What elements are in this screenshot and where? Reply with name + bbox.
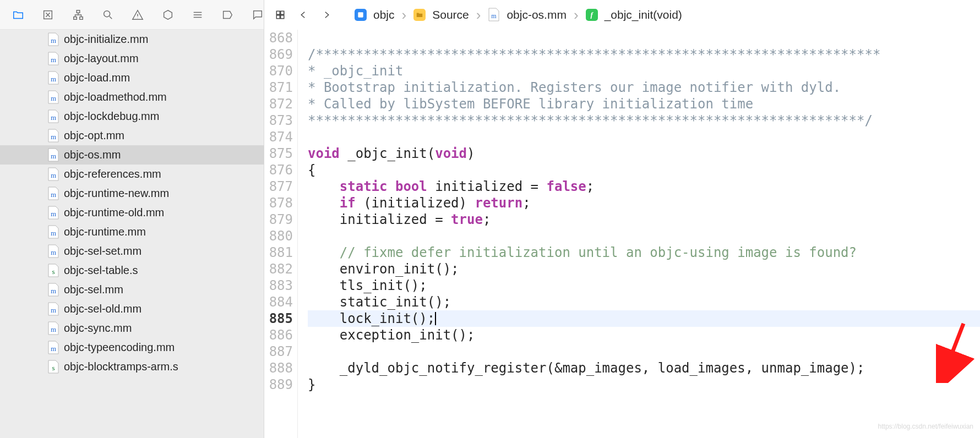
svg-text:m: m	[51, 229, 56, 237]
code-line[interactable]: {	[308, 162, 980, 178]
file-label: objc-lockdebug.mm	[64, 110, 159, 123]
file-row[interactable]: mobjc-runtime.mm	[0, 222, 264, 242]
breadcrumb-symbol[interactable]: _objc_init(void)	[605, 8, 682, 21]
file-row[interactable]: mobjc-runtime-new.mm	[0, 184, 264, 203]
code-line[interactable]: * Called by libSystem BEFORE library ini…	[308, 96, 980, 112]
file-row[interactable]: mobjc-sel-old.mm	[0, 299, 264, 319]
search-icon[interactable]	[102, 7, 114, 23]
file-row[interactable]: mobjc-lockdebug.mm	[0, 107, 264, 126]
code-editor[interactable]: 8688698708718728738748758768778788798808…	[264, 30, 980, 438]
file-label: objc-load.mm	[64, 72, 130, 84]
file-row[interactable]: mobjc-layout.mm	[0, 49, 264, 68]
code-line[interactable]: void _objc_init(void)	[308, 145, 980, 162]
file-row[interactable]: mobjc-runtime-old.mm	[0, 203, 264, 222]
breakpoints-icon[interactable]	[221, 7, 233, 23]
scm-icon[interactable]	[42, 7, 54, 23]
code-line[interactable]: ****************************************…	[308, 112, 980, 129]
mm-file-icon: m	[488, 8, 500, 22]
chevron-right-icon: ›	[401, 8, 407, 22]
svg-text:m: m	[51, 36, 56, 45]
code-line[interactable]: exception_init();	[308, 327, 980, 343]
line-number[interactable]: 873	[264, 112, 293, 129]
editor-column: objc › Source › m objc-os.mm › f _objc_i…	[264, 0, 980, 438]
line-number[interactable]: 886	[264, 327, 293, 343]
code-line[interactable]: * Bootstrap initialization. Registers ou…	[308, 79, 980, 96]
code-line[interactable]: _dyld_objc_notify_register(&map_images, …	[308, 360, 980, 376]
breadcrumb-file[interactable]: objc-os.mm	[507, 8, 567, 21]
line-number[interactable]: 877	[264, 178, 293, 195]
breadcrumb-folder[interactable]: Source	[432, 8, 469, 21]
code-line[interactable]: * _objc_init	[308, 63, 980, 79]
code-line[interactable]: if (initialized) return;	[308, 195, 980, 211]
file-row[interactable]: mobjc-typeencoding.mm	[0, 338, 264, 357]
line-number[interactable]: 872	[264, 96, 293, 112]
file-row[interactable]: mobjc-sel.mm	[0, 280, 264, 299]
line-number[interactable]: 880	[264, 228, 293, 244]
svg-text:m: m	[51, 190, 56, 199]
line-number[interactable]: 878	[264, 195, 293, 211]
code-line[interactable]: initialized = true;	[308, 211, 980, 228]
code-line[interactable]: }	[308, 376, 980, 393]
file-row[interactable]: sobjc-sel-table.s	[0, 261, 264, 280]
file-row[interactable]: mobjc-loadmethod.mm	[0, 87, 264, 107]
file-row[interactable]: mobjc-os.mm	[0, 145, 264, 165]
code-area[interactable]: /***************************************…	[306, 30, 980, 438]
line-number[interactable]: 879	[264, 211, 293, 228]
file-row[interactable]: mobjc-initialize.mm	[0, 30, 264, 49]
line-number[interactable]: 874	[264, 129, 293, 145]
code-line[interactable]: tls_init();	[308, 277, 980, 294]
file-row[interactable]: sobjc-blocktramps-arm.s	[0, 357, 264, 376]
line-number[interactable]: 868	[264, 30, 293, 46]
code-line[interactable]: environ_init();	[308, 261, 980, 277]
line-number[interactable]: 881	[264, 244, 293, 261]
folder-icon[interactable]	[12, 7, 24, 23]
file-list: mobjc-initialize.mmmobjc-layout.mmmobjc-…	[0, 30, 264, 376]
line-number[interactable]: 882	[264, 261, 293, 277]
breadcrumb-project[interactable]: objc	[373, 8, 395, 21]
line-number[interactable]: 876	[264, 162, 293, 178]
debug-icon[interactable]	[192, 7, 204, 23]
symbols-icon[interactable]	[72, 7, 84, 23]
line-number[interactable]: 871	[264, 79, 293, 96]
svg-rect-25	[276, 15, 280, 19]
line-number[interactable]: 888	[264, 360, 293, 376]
file-row[interactable]: mobjc-load.mm	[0, 68, 264, 87]
reports-icon[interactable]	[252, 7, 264, 23]
code-line[interactable]: // fixme defer initialization until an o…	[308, 244, 980, 261]
svg-text:m: m	[51, 287, 56, 295]
line-number[interactable]: 885	[264, 310, 293, 327]
forward-icon[interactable]	[318, 7, 335, 23]
file-label: objc-sel-old.mm	[64, 303, 141, 315]
file-row[interactable]: mobjc-sync.mm	[0, 319, 264, 338]
line-number[interactable]: 869	[264, 46, 293, 63]
line-number[interactable]: 883	[264, 277, 293, 294]
related-items-icon[interactable]	[272, 7, 288, 23]
line-number[interactable]: 870	[264, 63, 293, 79]
gutter: 8688698708718728738748758768778788798808…	[264, 30, 298, 438]
code-line[interactable]	[308, 30, 980, 46]
breadcrumb-bar: objc › Source › m objc-os.mm › f _objc_i…	[264, 0, 980, 30]
line-number[interactable]: 875	[264, 145, 293, 162]
file-row[interactable]: mobjc-sel-set.mm	[0, 242, 264, 261]
tests-icon[interactable]	[162, 7, 174, 23]
code-line[interactable]	[308, 129, 980, 145]
code-line[interactable]: static bool initialized = false;	[308, 178, 980, 195]
file-label: objc-runtime-new.mm	[64, 187, 169, 200]
code-line[interactable]: static_init();	[308, 294, 980, 310]
file-row[interactable]: mobjc-references.mm	[0, 165, 264, 184]
line-number[interactable]: 887	[264, 343, 293, 360]
svg-text:m: m	[51, 75, 56, 83]
issues-icon[interactable]	[132, 7, 144, 23]
back-icon[interactable]	[295, 7, 312, 23]
file-label: objc-layout.mm	[64, 52, 139, 65]
file-label: objc-opt.mm	[64, 129, 124, 142]
line-number[interactable]: 884	[264, 294, 293, 310]
line-number[interactable]: 889	[264, 376, 293, 393]
file-label: objc-runtime-old.mm	[64, 206, 164, 219]
code-line[interactable]: /***************************************…	[308, 46, 980, 63]
code-line[interactable]	[308, 343, 980, 360]
code-line[interactable]: lock_init();	[308, 310, 980, 327]
svg-text:m: m	[51, 325, 56, 333]
file-row[interactable]: mobjc-opt.mm	[0, 126, 264, 145]
code-line[interactable]	[308, 228, 980, 244]
